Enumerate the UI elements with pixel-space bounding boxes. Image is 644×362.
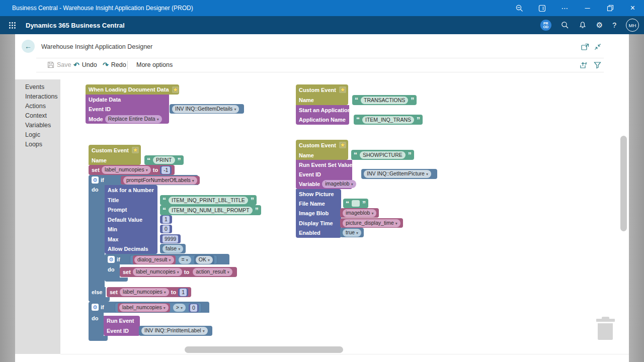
search-icon[interactable] <box>561 21 569 29</box>
block-variable-dialog-result[interactable]: dialog_result <box>133 255 176 264</box>
block-ask-default-row[interactable]: Default Value <box>105 215 157 224</box>
block-eventid-getitempicture[interactable]: INV INQ::GetItemPicture <box>361 169 437 179</box>
waffle-icon[interactable] <box>5 18 20 33</box>
block-update-data-eventid-row[interactable]: Event ID <box>86 104 169 114</box>
block-run-event-variable-row[interactable]: Variable imageblob <box>296 179 352 189</box>
if-do-spine[interactable]: do <box>89 185 105 287</box>
variable-dropdown[interactable]: promptForNumberOfLabels <box>123 176 197 185</box>
block-run-event-eventid-row[interactable]: Event ID <box>296 169 352 179</box>
redo-button[interactable]: ↷ Redo <box>103 61 126 68</box>
favorite-star-icon[interactable]: ★ <box>132 147 139 153</box>
more-options-button[interactable]: More options <box>136 61 173 68</box>
variable-dropdown[interactable]: label_numcopies <box>120 288 169 296</box>
logic-dropdown[interactable]: false <box>163 245 183 253</box>
block-show-picture-filename-row[interactable]: File Name <box>296 199 341 208</box>
favorite-star-icon[interactable]: ★ <box>172 86 179 93</box>
block-set-numcopies-1[interactable]: set label_numcopies to 1 <box>107 287 191 297</box>
block-transactions-name-row[interactable]: Name <box>296 95 348 105</box>
mode-dropdown[interactable]: Replace Entire Data <box>105 115 162 123</box>
block-start-application-name-row[interactable]: Application Name <box>296 115 349 125</box>
text-field[interactable] <box>352 200 360 207</box>
block-showpicture-name-row[interactable]: Name <box>296 150 348 160</box>
block-eventid-getitemdetails[interactable]: INV INQ::GetItemDetails <box>170 104 244 114</box>
operator-dropdown[interactable]: > <box>173 304 186 312</box>
event-id-dropdown[interactable]: INV INQ::PrintItemLabel <box>141 327 208 335</box>
fit-view-icon[interactable] <box>594 43 601 50</box>
block-update-data-mode-row[interactable]: Mode Replace Entire Data <box>86 114 169 124</box>
block-logic-false[interactable]: false <box>160 244 186 253</box>
text-field[interactable]: ITEM_INQ_NUM_LBL_PROMPT <box>169 207 253 214</box>
block-show-picture-imageblob-row[interactable]: Image Blob <box>296 208 341 218</box>
block-number-9999[interactable]: 9999 <box>160 234 181 243</box>
block-text-print[interactable]: PRINT <box>144 155 184 165</box>
block-set-numcopies-minus1[interactable]: set label_numcopies to -1 <box>89 165 175 175</box>
block-eventid-printitemlabel[interactable]: INV INQ::PrintItemLabel <box>139 326 212 336</box>
block-text-empty[interactable] <box>343 199 368 208</box>
operator-dropdown[interactable]: = <box>179 256 191 264</box>
block-text-item-inq-trans[interactable]: ITEM_INQ_TRANS <box>354 115 423 125</box>
block-show-picture-enabled-row[interactable]: Enabled <box>296 228 341 238</box>
vertical-scrollbar[interactable] <box>620 136 627 231</box>
filter-icon[interactable] <box>594 61 601 69</box>
favorite-star-icon[interactable]: ★ <box>339 142 346 148</box>
block-number-1[interactable]: 1 <box>178 288 188 297</box>
block-text-showpicture[interactable]: SHOWPICTURE <box>351 150 414 160</box>
restore-icon[interactable] <box>599 0 621 16</box>
help-icon[interactable]: ? <box>612 21 616 29</box>
block-when-loading-header[interactable]: When Loading Document Data★ <box>86 84 179 95</box>
variable-dropdown[interactable]: label_numcopies <box>102 166 151 174</box>
block-custom-event-transactions-header[interactable]: Custom Event★ <box>296 84 348 95</box>
variable-dropdown[interactable]: picture_display_time <box>343 219 400 227</box>
block-compare-numcopies-0[interactable]: label_numcopies > 0 <box>115 303 202 313</box>
save-button[interactable]: Save <box>47 61 71 68</box>
zoom-out-icon[interactable] <box>508 0 531 16</box>
block-show-picture-displaytime-row[interactable]: Display Time <box>296 218 341 228</box>
minimize-icon[interactable]: ─ <box>576 0 599 16</box>
variable-dropdown[interactable]: imageblob <box>343 209 376 217</box>
block-number-minus1[interactable]: -1 <box>160 166 172 174</box>
block-number-1[interactable]: 1 <box>160 215 172 224</box>
block-ask-max-row[interactable]: Max <box>105 234 157 244</box>
open-in-window-icon[interactable] <box>581 43 589 50</box>
event-id-dropdown[interactable]: INV INQ::GetItemDetails <box>172 105 239 113</box>
text-field[interactable]: PRINT <box>153 156 175 164</box>
block-ask-min-row[interactable]: Min <box>105 224 157 234</box>
if-foot[interactable] <box>89 297 110 302</box>
if-do-spine[interactable]: do <box>105 264 120 278</box>
if-foot[interactable] <box>89 336 108 341</box>
back-button[interactable]: ← <box>22 40 35 53</box>
block-variable-label-numcopies[interactable]: label_numcopies <box>118 303 170 312</box>
block-number-0[interactable]: 0 <box>189 304 199 312</box>
close-icon[interactable]: × <box>621 0 644 16</box>
toolbox-category-events[interactable]: Events <box>15 82 44 92</box>
text-field[interactable]: SHOWPICTURE <box>360 151 406 159</box>
block-custom-event-print-header[interactable]: Custom Event★ <box>89 145 141 155</box>
block-text-print-lbl-title[interactable]: ITEM_INQ_PRINT_LBL_TITLE <box>160 195 257 205</box>
block-ask-number-header[interactable]: Ask for a Number <box>105 185 157 195</box>
block-ask-decimals-row[interactable]: Allow Decimals <box>105 244 157 254</box>
block-custom-event-showpicture-header[interactable]: Custom Event★ <box>296 140 348 150</box>
block-text-transactions[interactable]: TRANSACTIONS <box>352 95 417 105</box>
block-dropdown-ok[interactable]: OK <box>194 255 214 264</box>
text-field[interactable]: ITEM_INQ_PRINT_LBL_TITLE <box>169 197 248 204</box>
block-logic-true[interactable]: true <box>340 228 364 237</box>
mutator-gear-icon[interactable]: ⚙ <box>108 256 115 263</box>
app-window-icon[interactable] <box>531 0 553 16</box>
block-show-picture-header[interactable]: Show Picture <box>296 189 341 199</box>
event-id-dropdown[interactable]: INV INQ::GetItemPicture <box>364 170 431 178</box>
horizontal-scrollbar[interactable] <box>185 346 343 353</box>
text-field[interactable]: ITEM_INQ_TRANS <box>362 116 414 124</box>
variable-dropdown[interactable]: label_numcopies <box>133 268 182 276</box>
block-update-data[interactable]: Update Data <box>86 95 169 104</box>
mutator-gear-icon[interactable]: ⚙ <box>92 176 99 184</box>
mutator-gear-icon[interactable]: ⚙ <box>92 304 99 311</box>
variable-dropdown[interactable]: imageblob <box>322 180 356 188</box>
more-menu-icon[interactable]: ⋯ <box>553 0 576 16</box>
notifications-bell-icon[interactable] <box>579 21 587 29</box>
trash-icon[interactable] <box>596 317 616 340</box>
block-run-event-header[interactable]: Run Event <box>104 316 140 326</box>
toolbox-category-context[interactable]: Context <box>15 111 47 120</box>
block-text-num-lbl-prompt[interactable]: ITEM_INQ_NUM_LBL_PROMPT <box>160 205 261 215</box>
block-run-event-set-value[interactable]: Run Event Set Value <box>296 160 352 169</box>
settings-gear-icon[interactable]: ⚙ <box>596 21 603 29</box>
